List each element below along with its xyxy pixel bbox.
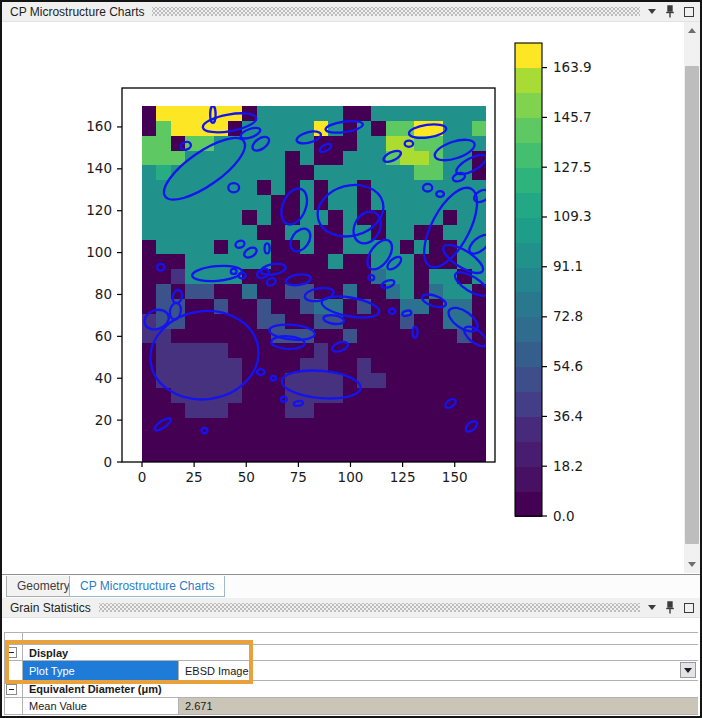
dropdown-arrow-icon [684, 668, 692, 673]
chevron-down-icon[interactable] [648, 605, 656, 610]
pin-icon[interactable] [665, 5, 675, 18]
svg-text:91.1: 91.1 [553, 258, 583, 274]
svg-text:50: 50 [238, 469, 255, 485]
svg-text:0.0: 0.0 [553, 508, 574, 524]
svg-text:18.2: 18.2 [553, 458, 583, 474]
svg-text:72.8: 72.8 [553, 308, 583, 324]
mean-value-row-value[interactable]: 2.671 [179, 698, 698, 714]
svg-text:127.5: 127.5 [553, 159, 592, 175]
svg-text:109.3: 109.3 [553, 208, 592, 224]
display-group-label: Display [29, 647, 68, 659]
svg-text:60: 60 [95, 328, 112, 344]
chart-panel-header: CP Microstructure Charts [2, 2, 700, 22]
colorbar: 0.018.236.454.672.891.1109.3127.5145.716… [515, 43, 592, 524]
pin-icon[interactable] [665, 601, 675, 614]
svg-text:145.7: 145.7 [553, 109, 592, 125]
svg-text:120: 120 [86, 202, 112, 218]
grain-statistics-header: Grain Statistics [2, 598, 700, 618]
plot-type-label: Plot Type [29, 665, 75, 677]
svg-text:163.9: 163.9 [553, 59, 592, 75]
mean-value-label: Mean Value [29, 700, 87, 712]
scrollbar-thumb[interactable] [685, 66, 699, 544]
ebsd-plot: 02550751001251500204060801001201401600.0… [2, 30, 684, 573]
grid-line [4, 632, 698, 633]
scroll-up-button[interactable] [684, 22, 700, 39]
arrow-up-icon [688, 28, 696, 33]
vertical-scrollbar[interactable] [684, 22, 700, 573]
svg-text:80: 80 [95, 286, 112, 302]
tab-geometry-label: Geometry [17, 579, 70, 593]
grain-statistics-title: Grain Statistics [10, 601, 91, 615]
plot-type-value: EBSD Image [185, 665, 249, 677]
chevron-down-icon[interactable] [648, 9, 656, 14]
chart-panel-title: CP Microstructure Charts [10, 5, 144, 19]
document-tabstrip: Geometry CP Microstructure Charts [2, 574, 700, 598]
header-grip-dots [99, 603, 640, 612]
svg-text:0: 0 [103, 454, 112, 470]
collapse-display-group-icon[interactable] [6, 647, 17, 658]
arrow-down-icon [688, 562, 696, 567]
svg-text:150: 150 [442, 469, 468, 485]
tab-cp-microstructure-charts[interactable]: CP Microstructure Charts [69, 576, 225, 597]
grain-statistics-grid: Display Plot Type EBSD Image Equivalent … [2, 618, 700, 716]
svg-text:100: 100 [86, 244, 112, 260]
grid-border-left [4, 632, 5, 714]
svg-text:125: 125 [390, 469, 416, 485]
float-window-icon[interactable] [684, 603, 694, 613]
svg-text:36.4: 36.4 [553, 408, 583, 424]
svg-text:40: 40 [95, 370, 112, 386]
grid-line [4, 714, 698, 715]
svg-text:160: 160 [86, 118, 112, 134]
svg-text:140: 140 [86, 160, 112, 176]
collapse-diameter-group-icon[interactable] [6, 684, 17, 695]
group-row-display[interactable]: Display [23, 645, 698, 660]
mean-value-row-name[interactable]: Mean Value [23, 698, 178, 714]
group-row-equivalent-diameter[interactable]: Equivalent Diameter (μm) [23, 681, 698, 697]
svg-text:25: 25 [186, 469, 203, 485]
plot-type-row-value[interactable]: EBSD Image [179, 661, 698, 680]
svg-text:100: 100 [338, 469, 364, 485]
mean-value: 2.671 [185, 700, 213, 712]
svg-text:75: 75 [290, 469, 307, 485]
cp-microstructure-window: CP Microstructure Charts 025507510012515… [0, 0, 702, 718]
scroll-down-button[interactable] [684, 556, 700, 573]
svg-text:54.6: 54.6 [553, 358, 583, 374]
equivalent-diameter-group-label: Equivalent Diameter (μm) [29, 683, 162, 695]
tab-cp-label: CP Microstructure Charts [80, 579, 214, 593]
svg-text:20: 20 [95, 412, 112, 428]
plot-type-dropdown-button[interactable] [680, 662, 696, 678]
header-grip-dots [152, 7, 640, 16]
ebsd-image [142, 106, 487, 463]
float-window-icon[interactable] [684, 7, 694, 17]
svg-text:0: 0 [138, 469, 147, 485]
plot-type-row-name[interactable]: Plot Type [23, 661, 178, 680]
